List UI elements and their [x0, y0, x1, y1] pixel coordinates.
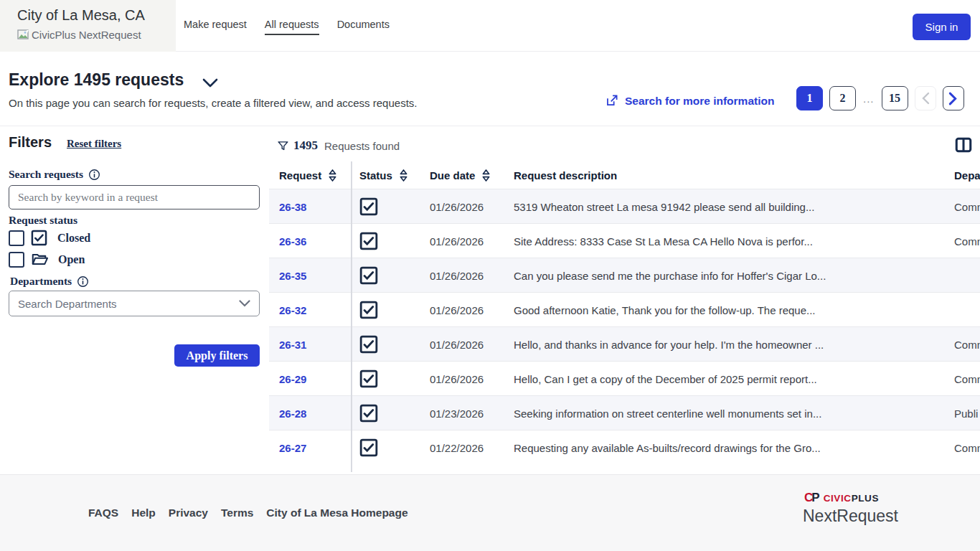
request-id-link[interactable]: 26-36: [279, 224, 306, 258]
request-id-link[interactable]: 26-32: [279, 293, 306, 327]
table-row: 26-31 01/26/2026 Hello, and thanks in ad…: [269, 326, 980, 361]
column-label-department: Depa: [954, 169, 980, 182]
departments-select-placeholder: Search Departments: [18, 298, 117, 310]
status-cell: [359, 430, 378, 465]
due-date-cell: 01/26/2026: [430, 293, 484, 327]
department-cell: Comm: [954, 224, 980, 258]
table-row: 26-36 01/26/2026 Site Address: 8333 Case…: [269, 223, 980, 258]
previous-page-button[interactable]: [915, 86, 936, 110]
description-cell: Requesting any available As-builts/recor…: [514, 430, 821, 465]
main-content: Filters Reset filters Search requests Re…: [0, 126, 980, 474]
sign-in-button[interactable]: Sign in: [913, 14, 971, 40]
open-folder-icon: [31, 251, 48, 268]
chevron-left-icon: [921, 92, 930, 105]
description-cell: Hello, and thanks in advance for your he…: [514, 327, 824, 362]
reset-filters-link[interactable]: Reset filters: [67, 138, 121, 150]
departments-label-text: Departments: [10, 275, 72, 288]
closed-status-icon: [359, 232, 378, 250]
table-row: 26-29 01/26/2026 Hello, Can I get a copy…: [269, 361, 980, 395]
request-id-link[interactable]: 26-35: [279, 258, 306, 293]
page-button-15[interactable]: 15: [882, 86, 908, 110]
page-button-1[interactable]: 1: [796, 86, 823, 110]
request-id-link[interactable]: 26-29: [279, 362, 306, 396]
column-label-due-date: Due date: [430, 169, 475, 182]
filters-title: Filters: [9, 134, 52, 151]
department-cell: Comm: [954, 327, 980, 362]
toggle-columns-button[interactable]: [954, 136, 973, 154]
apply-filters-button[interactable]: Apply filters: [174, 344, 260, 367]
site-logo-alt-text: CivicPlus NextRequest: [32, 29, 141, 41]
columns-icon: [954, 136, 973, 154]
department-cell: Comm: [954, 362, 980, 396]
closed-status-icon: [359, 301, 378, 319]
next-page-button[interactable]: [943, 86, 964, 110]
column-header-request[interactable]: Request: [279, 161, 337, 189]
page-title: Explore 1495 requests: [9, 70, 184, 90]
request-id-link[interactable]: 26-38: [279, 189, 306, 224]
due-date-cell: 01/23/2026: [430, 396, 484, 430]
request-id-link[interactable]: 26-31: [279, 327, 306, 362]
footer-link-privacy[interactable]: Privacy: [169, 507, 208, 519]
site-logo: CivicPlus NextRequest: [17, 29, 176, 41]
table-row: 26-32 01/26/2026 Good afternoon Katie, T…: [269, 292, 980, 326]
chevron-down-icon: [239, 300, 250, 307]
footer-link-homepage[interactable]: City of La Mesa Homepage: [266, 507, 407, 519]
description-cell: Can you please send me the purchase info…: [514, 258, 826, 293]
info-icon[interactable]: [77, 276, 89, 288]
sort-icon: [481, 168, 491, 183]
request-id-link[interactable]: 26-28: [279, 396, 306, 430]
site-title: City of La Mesa, CA: [17, 7, 176, 24]
status-cell: [359, 327, 378, 362]
pagination: 1 2 ... 15: [796, 86, 964, 110]
due-date-cell: 01/26/2026: [430, 258, 484, 293]
nav-documents[interactable]: Documents: [337, 19, 390, 33]
status-cell: [359, 224, 378, 258]
broken-image-icon: [17, 29, 29, 40]
table-row: 26-38 01/26/2026 5319 Wheaton street La …: [269, 189, 980, 223]
footer-link-faqs[interactable]: FAQS: [88, 507, 118, 519]
footer: FAQS Help Privacy Terms City of La Mesa …: [0, 474, 980, 551]
footer-link-terms[interactable]: Terms: [221, 507, 253, 519]
table-row: 26-28 01/23/2026 Seeking information on …: [269, 395, 980, 430]
closed-checkbox[interactable]: [9, 230, 24, 246]
due-date-cell: 01/26/2026: [430, 362, 484, 396]
request-status-label-text: Request status: [9, 214, 77, 227]
status-cell: [359, 258, 378, 293]
open-label: Open: [58, 253, 85, 266]
due-date-cell: 01/26/2026: [430, 327, 484, 362]
due-date-cell: 01/26/2026: [430, 189, 484, 224]
nav-make-request[interactable]: Make request: [184, 19, 247, 33]
open-checkbox[interactable]: [9, 252, 24, 268]
status-option-closed: Closed: [9, 230, 90, 246]
frozen-column-divider: [351, 161, 352, 472]
title-chevron-down-icon[interactable]: [202, 77, 218, 90]
search-more-label: Search for more information: [625, 95, 774, 108]
chevron-right-icon: [948, 92, 958, 105]
search-requests-input[interactable]: [9, 185, 260, 209]
column-label-description: Request description: [514, 169, 617, 182]
department-cell: Publi: [954, 396, 978, 430]
description-cell: Site Address: 8333 Case St La Mesa CA He…: [514, 224, 813, 258]
departments-select[interactable]: Search Departments: [9, 291, 260, 316]
table-row: 26-35 01/26/2026 Can you please send me …: [269, 258, 980, 292]
description-cell: 5319 Wheaton street La mesa 91942 please…: [514, 189, 814, 224]
nextrequest-wordmark: NextRequest: [803, 507, 898, 526]
column-header-due-date[interactable]: Due date: [430, 161, 491, 189]
request-status-label: Request status: [9, 214, 77, 227]
nav-all-requests[interactable]: All requests: [265, 19, 319, 35]
column-label-request: Request: [279, 169, 321, 182]
info-icon[interactable]: [88, 169, 100, 181]
request-id-link[interactable]: 26-27: [279, 430, 306, 465]
page-header-section: Explore 1495 requests On this page you c…: [0, 52, 980, 126]
footer-link-help[interactable]: Help: [131, 507, 156, 519]
results-count: 1495: [293, 138, 318, 153]
closed-status-icon: [359, 404, 378, 423]
column-header-status[interactable]: Status: [359, 161, 408, 189]
departments-label: Departments: [10, 275, 89, 288]
page-button-2[interactable]: 2: [829, 86, 856, 110]
sort-icon: [399, 168, 408, 183]
search-requests-label: Search requests: [9, 168, 100, 181]
column-header-department: Depa: [954, 161, 980, 189]
search-more-information-link[interactable]: Search for more information: [605, 94, 774, 108]
status-option-open: Open: [9, 251, 85, 268]
